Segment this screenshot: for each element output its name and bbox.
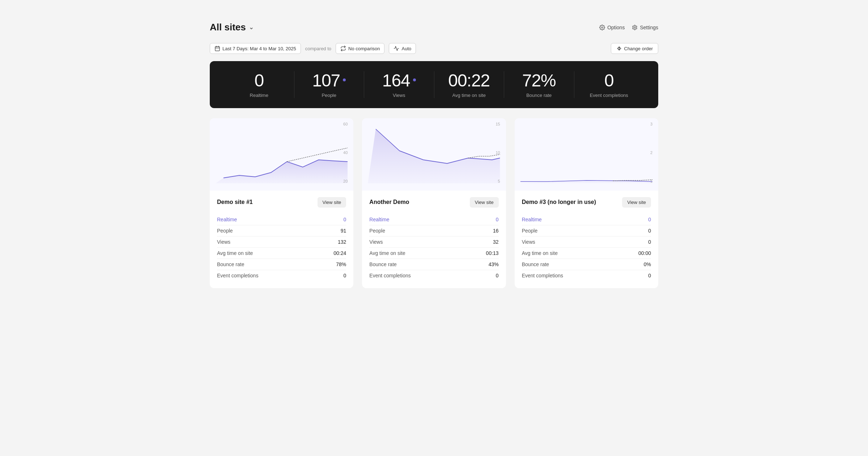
comparison-icon — [340, 46, 346, 51]
stat-label-realtime-2: Realtime — [369, 217, 389, 222]
chart-area-2: 15 10 5 — [362, 118, 506, 191]
stat-label-avgtime-1: Avg time on site — [217, 250, 253, 256]
chevron-down-icon: ⌄ — [249, 24, 254, 31]
stat-label-events-1: Event completions — [217, 273, 258, 278]
cards-grid: 60 40 20 — [210, 118, 658, 288]
chart-y-labels-2: 15 10 5 — [495, 122, 500, 183]
svg-rect-2 — [215, 47, 220, 51]
card-content-1: Demo site #1 View site Realtime 0 People… — [210, 191, 353, 288]
people-dot — [343, 78, 346, 81]
y-label-mid-3: 2 — [650, 150, 652, 155]
stat-value-events-3: 0 — [648, 273, 651, 278]
stat-label-bounce-2: Bounce rate — [369, 261, 397, 267]
options-label: Options — [607, 25, 625, 30]
card-title-3: Demo #3 (no longer in use) — [522, 199, 596, 205]
chart-area-1: 60 40 20 — [210, 118, 353, 191]
stat-row-realtime-1: Realtime 0 — [217, 214, 346, 225]
realtime-label: Realtime — [224, 93, 294, 98]
svg-marker-8 — [216, 160, 348, 183]
bounce-value: 72% — [522, 71, 556, 90]
stat-row-views-2: Views 32 — [369, 236, 498, 248]
stat-row-views-3: Views 0 — [522, 236, 651, 248]
comparison-picker[interactable]: No comparison — [336, 43, 384, 54]
chart-svg-3 — [520, 122, 652, 183]
stat-value-avgtime-2: 00:13 — [486, 250, 499, 256]
avg-time-label: Avg time on site — [434, 93, 504, 98]
card-header-2: Another Demo View site — [369, 197, 498, 208]
stat-value-people-1: 91 — [341, 228, 346, 234]
change-order-button[interactable]: Change order — [611, 43, 659, 54]
card-content-2: Another Demo View site Realtime 0 People… — [362, 191, 506, 288]
site-card-3: 3 2 1 Dem — [515, 118, 658, 288]
gear-icon — [599, 25, 605, 30]
card-stats-3: Realtime 0 People 0 Views 0 Avg time on … — [522, 214, 651, 281]
stat-row-bounce-3: Bounce rate 0% — [522, 259, 651, 270]
y-label-top-3: 3 — [650, 122, 652, 126]
site-title[interactable]: All sites ⌄ — [210, 22, 254, 33]
card-content-3: Demo #3 (no longer in use) View site Rea… — [515, 191, 658, 288]
views-label: Views — [364, 93, 434, 98]
stat-value-events-1: 0 — [344, 273, 346, 278]
chart-y-labels-3: 3 2 1 — [650, 122, 652, 183]
stat-label-realtime-3: Realtime — [522, 217, 542, 222]
y-label-bot-3: 1 — [650, 179, 652, 183]
sort-icon — [616, 46, 622, 51]
comparison-text: No comparison — [348, 46, 380, 51]
stat-row-events-3: Event completions 0 — [522, 270, 651, 281]
stat-row-avgtime-3: Avg time on site 00:00 — [522, 248, 651, 259]
site-title-text: All sites — [210, 22, 246, 33]
stat-value-realtime-1: 0 — [344, 217, 346, 222]
stat-label-people-3: People — [522, 228, 538, 234]
stat-views: 164 Views — [364, 71, 434, 98]
stat-value-realtime-2: 0 — [496, 217, 499, 222]
site-card-2: 15 10 5 A — [362, 118, 506, 288]
view-site-btn-2[interactable]: View site — [470, 197, 499, 208]
stat-value-bounce-2: 43% — [489, 261, 499, 267]
stat-bounce: 72% Bounce rate — [504, 71, 574, 98]
svg-point-1 — [634, 27, 635, 28]
stat-value-views-1: 132 — [338, 239, 346, 245]
stat-value-bounce-3: 0% — [644, 261, 651, 267]
y-label-mid-1: 40 — [343, 150, 348, 155]
stat-row-people-1: People 91 — [217, 225, 346, 236]
stat-people: 107 People — [294, 71, 364, 98]
mode-picker[interactable]: Auto — [389, 43, 416, 54]
date-range-picker[interactable]: Last 7 Days: Mar 4 to Mar 10, 2025 — [210, 43, 301, 54]
stat-value-events-2: 0 — [496, 273, 499, 278]
y-label-bot-1: 20 — [343, 179, 348, 183]
stat-realtime: 0 Realtime — [224, 71, 294, 98]
events-value: 0 — [604, 71, 614, 90]
card-title-1: Demo site #1 — [217, 199, 253, 205]
realtime-value: 0 — [254, 71, 264, 90]
stat-label-bounce-1: Bounce rate — [217, 261, 244, 267]
stat-label-people-1: People — [217, 228, 233, 234]
options-button[interactable]: Options — [599, 25, 625, 30]
card-stats-2: Realtime 0 People 16 Views 32 Avg time o… — [369, 214, 498, 281]
site-card-1: 60 40 20 — [210, 118, 353, 288]
stat-label-people-2: People — [369, 228, 385, 234]
stat-value-avgtime-1: 00:24 — [333, 250, 346, 256]
stat-events: 0 Event completions — [574, 71, 644, 98]
compared-to-label: compared to — [305, 46, 331, 51]
view-site-btn-3[interactable]: View site — [622, 197, 651, 208]
stat-label-avgtime-2: Avg time on site — [369, 250, 405, 256]
stat-label-bounce-3: Bounce rate — [522, 261, 549, 267]
filter-bar: Last 7 Days: Mar 4 to Mar 10, 2025 compa… — [210, 43, 658, 54]
stat-row-bounce-1: Bounce rate 78% — [217, 259, 346, 270]
stat-row-events-1: Event completions 0 — [217, 270, 346, 281]
stat-value-bounce-1: 78% — [336, 261, 346, 267]
view-site-btn-1[interactable]: View site — [318, 197, 346, 208]
chart-svg-1 — [216, 122, 348, 183]
stat-label-views-2: Views — [369, 239, 383, 245]
chart-icon — [393, 46, 399, 51]
avg-time-value: 00:22 — [448, 71, 490, 90]
card-header-1: Demo site #1 View site — [217, 197, 346, 208]
settings-icon — [632, 25, 638, 30]
date-range-text: Last 7 Days: Mar 4 to Mar 10, 2025 — [222, 46, 296, 51]
card-title-2: Another Demo — [369, 199, 409, 205]
settings-label: Settings — [640, 25, 658, 30]
settings-button[interactable]: Settings — [632, 25, 658, 30]
card-header-3: Demo #3 (no longer in use) View site — [522, 197, 651, 208]
chart-y-labels-1: 60 40 20 — [343, 122, 348, 183]
stats-bar: 0 Realtime 107 People 164 Views 00:22 Av… — [210, 61, 658, 108]
